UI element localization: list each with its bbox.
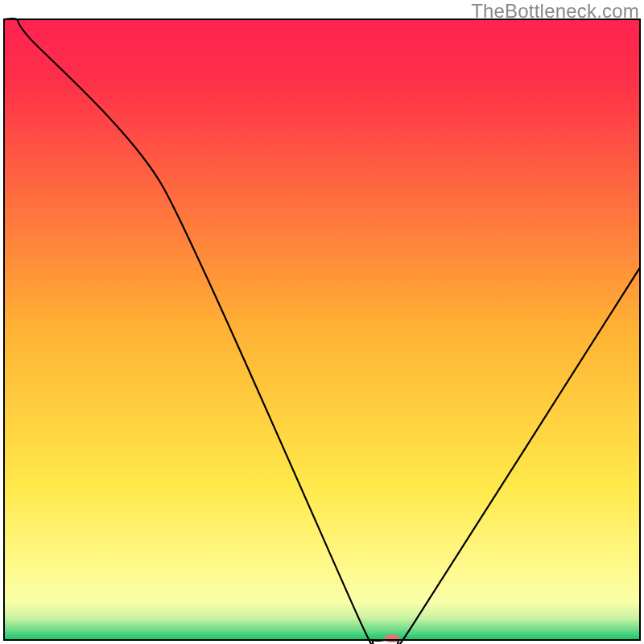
bottleneck-chart: TheBottleneck.com — [0, 0, 644, 644]
chart-svg — [0, 0, 644, 644]
watermark-text: TheBottleneck.com — [471, 0, 639, 23]
chart-marker — [385, 634, 399, 642]
chart-background — [4, 19, 640, 640]
